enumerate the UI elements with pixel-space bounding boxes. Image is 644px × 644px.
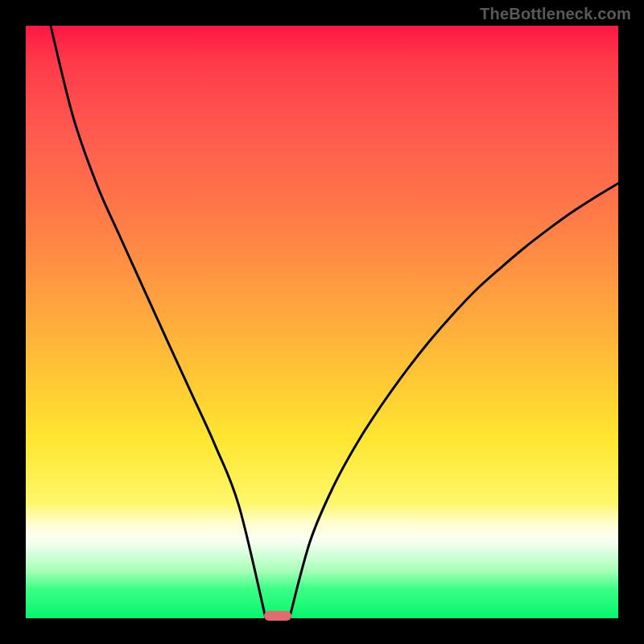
watermark-text: TheBottleneck.com: [480, 5, 631, 23]
curve-right-branch: [290, 184, 618, 618]
optimum-marker: [264, 611, 291, 621]
curve-left-branch: [51, 26, 266, 618]
bottleneck-curve: [26, 26, 618, 618]
chart-frame: TheBottleneck.com: [0, 0, 644, 644]
